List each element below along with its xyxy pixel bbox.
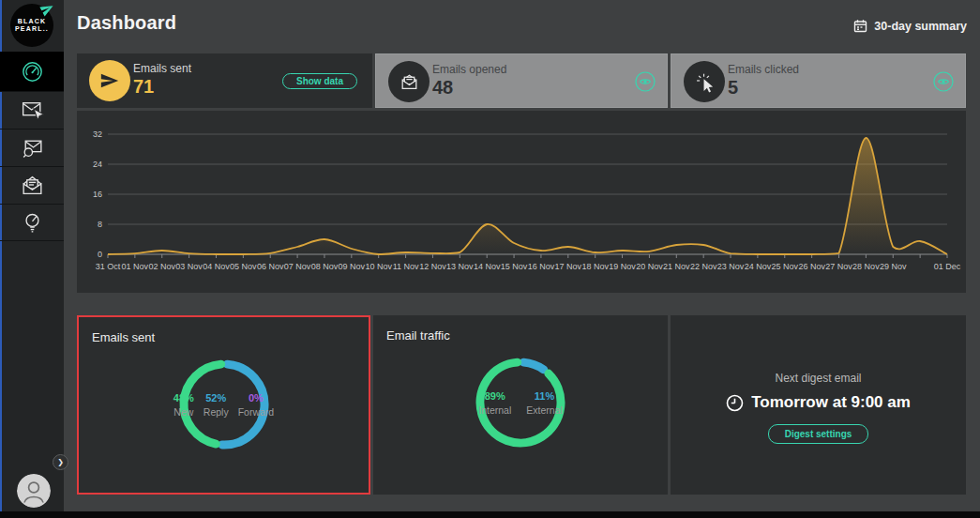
svg-text:25 Nov: 25 Nov <box>772 262 799 271</box>
toggle-visibility-button[interactable] <box>933 71 954 92</box>
sidebar-item-insights[interactable] <box>0 204 64 241</box>
stat-label: Emails sent <box>133 62 191 75</box>
stat-name: Forward <box>238 406 275 418</box>
stat-percent: 89% <box>478 390 511 402</box>
card-title: Emails sent <box>92 330 369 344</box>
eye-icon <box>933 71 954 92</box>
svg-text:23 Nov: 23 Nov <box>717 262 745 271</box>
stat-card-emails-clicked: Emails clicked 5 <box>671 53 966 108</box>
card-title: Email traffic <box>386 328 668 343</box>
dashboard-screen: BLACK PEARL.. <box>0 0 980 518</box>
stat-percent: 48% <box>173 392 194 404</box>
svg-text:01 Dec: 01 Dec <box>934 262 961 271</box>
svg-text:01 Nov: 01 Nov <box>122 262 149 271</box>
svg-text:09 Nov: 09 Nov <box>339 262 366 271</box>
bottom-strip <box>0 511 980 518</box>
svg-text:31 Oct: 31 Oct <box>96 262 121 271</box>
stat-icon-circle <box>388 61 430 102</box>
stat-name: Internal <box>478 404 511 416</box>
svg-text:11 Nov: 11 Nov <box>393 262 419 271</box>
sidebar-item-email-search[interactable] <box>0 129 64 166</box>
svg-text:21 Nov: 21 Nov <box>663 262 690 271</box>
sidebar-item-dashboard[interactable] <box>0 52 64 91</box>
svg-text:29 Nov: 29 Nov <box>880 262 907 271</box>
stat-name: External <box>526 404 563 416</box>
email-activity-chart: 0816243231 Oct01 Nov02 Nov03 Nov04 Nov05… <box>77 111 966 293</box>
svg-text:06 Nov: 06 Nov <box>257 262 284 271</box>
envelope-open-icon <box>399 71 420 93</box>
stat-icon-circle <box>684 61 725 102</box>
stat-card-emails-opened: Emails opened 48 <box>375 53 668 108</box>
svg-text:16: 16 <box>93 190 102 199</box>
stat-percent: 52% <box>204 392 229 404</box>
svg-text:15 Nov: 15 Nov <box>501 262 528 271</box>
email-activity-chart-card: 0816243231 Oct01 Nov02 Nov03 Nov04 Nov05… <box>77 111 966 293</box>
svg-text:32: 32 <box>93 130 102 139</box>
sidebar: BLACK PEARL.. <box>0 0 64 511</box>
svg-text:14 Nov: 14 Nov <box>474 262 501 271</box>
lightbulb-ideas-icon <box>20 210 45 236</box>
user-avatar-icon[interactable] <box>17 474 51 508</box>
svg-text:18 Nov: 18 Nov <box>581 262 609 271</box>
show-data-button[interactable]: Show data <box>282 73 357 89</box>
emails-sent-donut-chart: 48% New 52% Reply 0% Forward <box>175 356 273 453</box>
svg-text:22 Nov: 22 Nov <box>690 262 717 271</box>
stat-name: Reply <box>204 406 229 418</box>
donut-stat-reply: 52% Reply <box>204 392 229 418</box>
svg-text:08 Nov: 08 Nov <box>311 262 339 271</box>
stat-value: 5 <box>728 77 799 99</box>
stat-label: Emails opened <box>432 63 506 76</box>
donut-card-emails-sent[interactable]: Emails sent 48% New 52% Reply 0% Forward <box>77 315 370 495</box>
brand-name-line1: BLACK <box>18 18 47 25</box>
stat-icon-circle <box>89 60 130 101</box>
stat-name: New <box>173 406 194 418</box>
toggle-visibility-button[interactable] <box>635 71 656 92</box>
svg-text:16 Nov: 16 Nov <box>528 262 555 271</box>
svg-text:02 Nov: 02 Nov <box>148 262 175 271</box>
calendar-icon <box>853 19 867 33</box>
stat-percent: 11% <box>526 390 563 402</box>
digest-settings-button[interactable]: Digest settings <box>768 424 869 444</box>
donut-stat-new: 48% New <box>173 392 194 418</box>
summary-range-selector[interactable]: 30-day summary <box>853 19 967 33</box>
paper-plane-icon <box>38 0 56 19</box>
email-search-icon <box>20 135 45 160</box>
email-digest-icon <box>20 173 45 198</box>
donut-stat-external: 11% External <box>526 390 563 416</box>
donut-stat-internal: 89% Internal <box>478 390 511 416</box>
brand-name-line2: PEARL.. <box>15 25 49 33</box>
svg-text:03 Nov: 03 Nov <box>175 262 203 271</box>
sidebar-expand-button[interactable]: ❯ <box>53 454 68 470</box>
eye-icon <box>635 71 656 92</box>
donut-card-email-traffic[interactable]: Email traffic 89% Internal 11% External <box>373 315 668 495</box>
click-cursor-icon <box>694 71 716 93</box>
stat-percent: 0% <box>238 392 275 404</box>
sidebar-item-sent-emails[interactable] <box>0 91 64 129</box>
stat-card-emails-sent: Emails sent 71 Show data <box>77 53 372 108</box>
svg-text:19 Nov: 19 Nov <box>609 262 636 271</box>
clock-icon <box>726 394 744 412</box>
svg-text:27 Nov: 27 Nov <box>825 262 852 271</box>
svg-text:07 Nov: 07 Nov <box>284 262 311 271</box>
donut-stat-forward: 0% Forward <box>238 392 275 418</box>
email-traffic-donut-chart: 89% Internal 11% External <box>472 354 569 451</box>
chevron-right-icon: ❯ <box>57 458 64 466</box>
svg-text:24 Nov: 24 Nov <box>745 262 772 271</box>
svg-text:8: 8 <box>98 220 102 229</box>
stat-value: 71 <box>133 76 191 98</box>
svg-text:05 Nov: 05 Nov <box>230 262 257 271</box>
stat-label: Emails clicked <box>728 63 799 76</box>
paper-plane-icon <box>99 70 120 91</box>
svg-text:13 Nov: 13 Nov <box>446 262 474 271</box>
sidebar-item-digest[interactable] <box>0 166 64 204</box>
digest-time: Tomorrow at 9:00 am <box>671 393 966 412</box>
digest-label: Next digest email <box>671 372 966 385</box>
svg-text:04 Nov: 04 Nov <box>203 262 230 271</box>
svg-text:12 Nov: 12 Nov <box>419 262 446 271</box>
svg-text:20 Nov: 20 Nov <box>636 262 663 271</box>
summary-label: 30-day summary <box>874 20 967 33</box>
brand-logo[interactable]: BLACK PEARL.. <box>10 4 53 47</box>
svg-text:10 Nov: 10 Nov <box>365 262 392 271</box>
stat-value: 48 <box>432 77 506 99</box>
page-title: Dashboard <box>77 12 176 34</box>
